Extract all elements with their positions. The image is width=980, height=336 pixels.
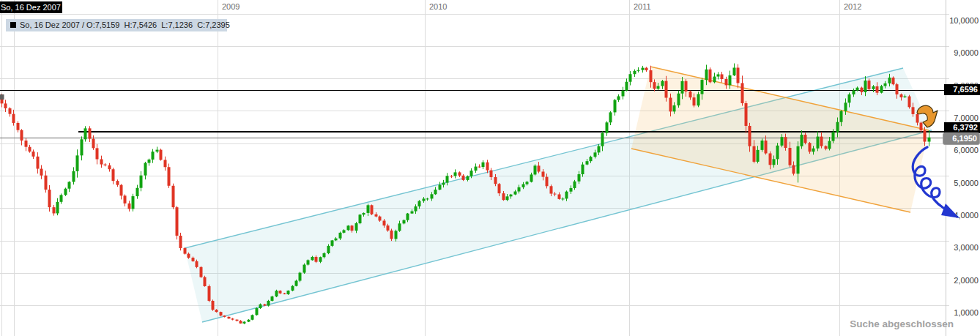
price-tick-label: 3,0000 — [946, 243, 979, 253]
price-chart[interactable] — [0, 0, 980, 336]
year-label-2010: 2010 — [429, 2, 447, 11]
series-marker-icon — [10, 22, 16, 28]
crosshair-date-tooltip: So, 16 Dez 2007 — [0, 1, 62, 13]
price-tick-label: 1,0000 — [946, 308, 979, 318]
price-tick-label: 10,0000 — [946, 16, 979, 26]
selected-candle-marker — [0, 94, 4, 100]
year-label-2011: 2011 — [634, 2, 651, 11]
ohlc-legend-bar: So, 16 Dez 2007 / O:7,5159 H:7,5426 L:7,… — [6, 19, 227, 31]
ohlc-legend-text: So, 16 Dez 2007 / O:7,5159 H:7,5426 L:7,… — [20, 20, 230, 29]
price-tick-label: 5,0000 — [946, 179, 979, 188]
year-label-2009: 2009 — [222, 2, 240, 11]
chart-window: 2009201020112012 10,00009,00008,00007,00… — [0, 0, 980, 336]
price-tick-label: 2,0000 — [946, 276, 979, 285]
price-tick-label: 9,0000 — [946, 48, 979, 58]
status-text: Suche abgeschlossen — [850, 318, 954, 329]
price-marker-box-7,6596: 7,6596 — [944, 84, 980, 95]
price-marker-box-6,1950: 6,1950 — [943, 132, 980, 145]
price-tick-label: 6,0000 — [946, 146, 979, 155]
year-label-2012: 2012 — [844, 2, 861, 11]
price-tick-label: 4,0000 — [946, 211, 979, 220]
price-marker-box-6,3792: 6,3792 — [944, 122, 980, 133]
